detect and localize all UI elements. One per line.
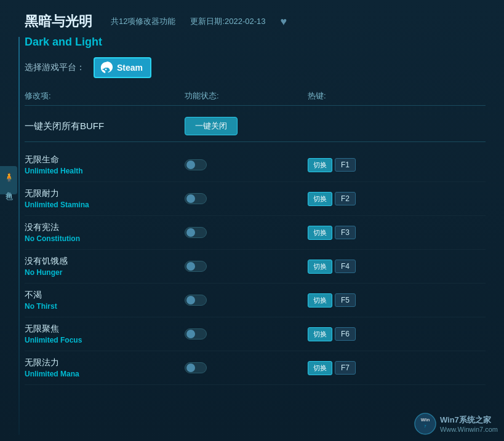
header-meta: 共12项修改器功能 更新日期:2022-02-13 ♥	[111, 15, 287, 28]
col-header-status: 功能状态:	[185, 90, 308, 101]
toggle-container	[185, 227, 308, 238]
hotkey-key: F6	[335, 327, 356, 341]
col-header-mod: 修改项:	[25, 90, 185, 101]
toggle-knob	[186, 194, 195, 203]
table-headers: 修改项: 功能状态: 热键:	[25, 90, 486, 106]
hotkey-switch-button[interactable]: 切换	[308, 327, 332, 341]
hotkey-switch-button[interactable]: 切换	[308, 192, 332, 206]
steam-label: Steam	[117, 63, 143, 73]
hotkey-container: 切换 F2	[308, 192, 431, 206]
watermark: Win 7 Win7系统之家 Www.Winwin7.com	[414, 413, 498, 435]
mod-toggle[interactable]	[185, 328, 207, 340]
toggle-container	[185, 193, 308, 204]
mod-name-english: Unlimited Focus	[25, 336, 185, 344]
toggle-container	[185, 362, 308, 373]
mod-name-cell: 无限聚焦 Unlimited Focus	[25, 324, 185, 344]
hotkey-key: F4	[335, 260, 356, 273]
watermark-line2: Www.Winwin7.com	[440, 426, 498, 433]
hotkey-key: F2	[335, 192, 356, 205]
toggle-knob	[186, 262, 195, 271]
mod-name-cell: 没有饥饿感 No Hunger	[25, 256, 185, 277]
mod-row: 无限聚焦 Unlimited Focus 切换 F6	[25, 317, 486, 351]
hotkey-container: 切换 F3	[308, 226, 431, 240]
hotkey-container: 切换 F6	[308, 327, 431, 341]
mod-toggle[interactable]	[185, 159, 207, 170]
hotkey-switch-button[interactable]: 切换	[308, 260, 332, 274]
sidebar-tab[interactable]: 🧍 角色	[0, 166, 17, 194]
one-click-row: 一键关闭所有BUFF 一键关闭	[25, 112, 486, 142]
hotkey-switch-button[interactable]: 切换	[308, 361, 332, 375]
mod-name-chinese: 无限聚焦	[25, 324, 185, 335]
sidebar-character-icon: 🧍	[4, 172, 14, 182]
mod-name-chinese: 无限法力	[25, 357, 185, 368]
toggle-knob	[186, 296, 195, 304]
hotkey-container: 切换 F7	[308, 361, 431, 375]
hotkey-container: 切换 F5	[308, 293, 431, 308]
mod-name-chinese: 无限生命	[25, 154, 185, 165]
toggle-container	[185, 261, 308, 272]
mod-name-english: Unlimited Mana	[25, 370, 185, 378]
mod-name-cell: 无限法力 Unlimited Mana	[25, 357, 185, 378]
toggle-container	[185, 159, 308, 170]
hotkey-key: F5	[335, 293, 356, 307]
hotkey-container: 切换 F4	[308, 260, 431, 274]
mod-row: 没有宪法 No Constitution 切换 F3	[25, 216, 486, 250]
mod-toggle[interactable]	[185, 193, 207, 204]
hotkey-container: 切换 F1	[308, 158, 431, 172]
steam-platform-button[interactable]: Steam	[94, 57, 151, 78]
one-click-button[interactable]: 一键关闭	[185, 117, 238, 135]
toggle-knob	[186, 228, 195, 237]
toggle-container	[185, 328, 308, 340]
mod-name-english: No Thirst	[25, 302, 185, 311]
mod-row: 无限生命 Unlimited Health 切换 F1	[25, 148, 486, 182]
mod-name-english: No Constitution	[25, 234, 185, 243]
mod-toggle[interactable]	[185, 227, 207, 238]
hotkey-switch-button[interactable]: 切换	[308, 158, 332, 172]
mods-area: 无限生命 Unlimited Health 切换 F1 无限耐力 Unlimit…	[25, 148, 486, 441]
hotkey-switch-button[interactable]: 切换	[308, 226, 332, 240]
sidebar-character-label: 角色	[4, 186, 14, 188]
watermark-logo-icon: Win 7	[414, 413, 436, 435]
header: 黑暗与光明 共12项修改器功能 更新日期:2022-02-13 ♥	[25, 12, 486, 31]
watermark-text: Win7系统之家 Www.Winwin7.com	[440, 415, 498, 433]
hotkey-key: F1	[335, 158, 356, 172]
mod-name-cell: 无限耐力 Unlimited Stamina	[25, 188, 185, 209]
favorite-icon[interactable]: ♥	[281, 15, 287, 28]
mod-row: 无限法力 Unlimited Mana 切换 F7	[25, 351, 486, 385]
mod-name-chinese: 没有饥饿感	[25, 256, 185, 267]
mod-name-chinese: 无限耐力	[25, 188, 185, 199]
main-container: 黑暗与光明 共12项修改器功能 更新日期:2022-02-13 ♥ Dark a…	[0, 0, 504, 441]
toggle-knob	[186, 161, 195, 169]
one-click-label: 一键关闭所有BUFF	[25, 121, 185, 132]
mod-row: 不渴 No Thirst 切换 F5	[25, 284, 486, 317]
hotkey-key: F7	[335, 361, 356, 375]
platform-row: 选择游戏平台： Steam	[25, 57, 486, 78]
mod-toggle[interactable]	[185, 295, 207, 306]
hotkey-switch-button[interactable]: 切换	[308, 293, 332, 308]
col-header-hotkey: 热键:	[308, 90, 431, 101]
left-border-decoration	[18, 37, 20, 435]
toggle-container	[185, 295, 308, 306]
toggle-knob	[186, 330, 195, 338]
mod-name-cell: 无限生命 Unlimited Health	[25, 154, 185, 175]
mod-name-english: Unlimited Health	[25, 167, 185, 175]
svg-text:Win: Win	[421, 417, 430, 423]
mod-toggle[interactable]	[185, 362, 207, 373]
update-date: 更新日期:2022-02-13	[190, 16, 265, 27]
hotkey-key: F3	[335, 226, 356, 239]
platform-label: 选择游戏平台：	[25, 62, 85, 73]
watermark-line1: Win7系统之家	[440, 415, 498, 426]
mod-name-cell: 不渴 No Thirst	[25, 290, 185, 311]
features-count: 共12项修改器功能	[111, 16, 175, 27]
mod-name-chinese: 不渴	[25, 290, 185, 301]
mod-name-english: No Hunger	[25, 268, 185, 277]
game-title-english: Dark and Light	[25, 36, 486, 49]
game-title-chinese: 黑暗与光明	[25, 12, 92, 31]
mod-name-cell: 没有宪法 No Constitution	[25, 222, 185, 243]
toggle-knob	[186, 364, 195, 372]
mod-toggle[interactable]	[185, 261, 207, 272]
mod-row: 无限耐力 Unlimited Stamina 切换 F2	[25, 182, 486, 216]
mod-row: 没有饥饿感 No Hunger 切换 F4	[25, 250, 486, 284]
mod-name-english: Unlimited Stamina	[25, 201, 185, 209]
steam-logo-icon	[100, 61, 113, 74]
